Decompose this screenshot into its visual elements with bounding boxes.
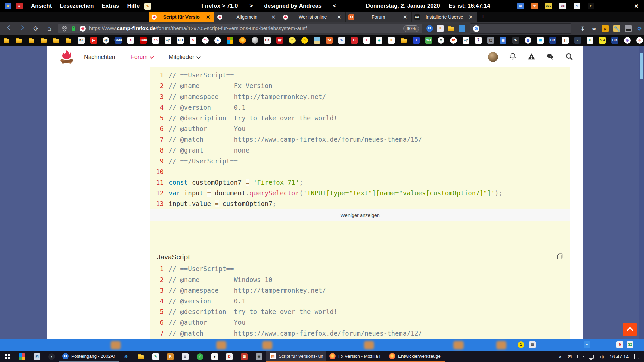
- tab-allgemein[interactable]: Allgemein✕: [214, 12, 280, 22]
- close-button[interactable]: ×: [629, 0, 644, 12]
- folder-wrench-icon[interactable]: 🔧: [613, 25, 620, 32]
- https-lock-icon[interactable]: [71, 26, 76, 32]
- tracking-shield-icon[interactable]: [62, 26, 67, 32]
- menu-item-extras[interactable]: Extras: [102, 3, 119, 9]
- d-green-bookmark[interactable]: D: [587, 37, 593, 44]
- download-icon[interactable]: ↧: [579, 25, 586, 32]
- bookmark-folder[interactable]: [28, 37, 35, 44]
- volume-icon[interactable]: ◁): [599, 354, 604, 359]
- desktop-icon-blob[interactable]: [216, 341, 226, 349]
- tv-bookmark[interactable]: ▢: [487, 37, 494, 44]
- slack-bookmark[interactable]: ⁑: [475, 37, 482, 44]
- gh-bookmark[interactable]: GH: [177, 37, 184, 44]
- smiley-wink-bookmark[interactable]: ☺: [289, 37, 296, 44]
- url-text[interactable]: https://www.camp-firefox.de/forum/thema/…: [89, 25, 400, 32]
- file-explorer-icon[interactable]: [133, 351, 148, 362]
- bookmark-folder[interactable]: [41, 37, 47, 44]
- copy-code-icon[interactable]: [556, 253, 564, 261]
- chat-blue-bookmark[interactable]: ▣: [500, 37, 506, 44]
- windows-bookmark[interactable]: ⊞: [537, 37, 544, 44]
- smiley-bookmark[interactable]: ☺: [301, 37, 308, 44]
- w3schools-bookmark[interactable]: w3: [425, 37, 432, 44]
- form-list-icon[interactable]: ▤: [517, 3, 524, 9]
- desktop-icon-blob[interactable]: [496, 341, 506, 349]
- thunderbird-icon[interactable]: ✉: [426, 25, 433, 32]
- code-text[interactable]: var input = document.querySelector('INPU…: [169, 189, 502, 197]
- blue-folder-icon[interactable]: [459, 25, 465, 32]
- devtools-task[interactable]: Entwicklerwerkzeuge ...: [386, 351, 445, 362]
- code-text[interactable]: // ==UserScript==: [169, 265, 234, 273]
- tab-wer-ist-online[interactable]: Wer ist online✕: [280, 12, 346, 22]
- zoom-level-badge[interactable]: 90%: [403, 25, 419, 32]
- code-text[interactable]: // @name Windows 10: [169, 276, 272, 283]
- refresh-addon-icon[interactable]: ⟳: [531, 3, 538, 9]
- search-magnifier-addon-icon[interactable]: ⌕: [602, 25, 609, 32]
- collapse-code-button[interactable]: Weniger anzeigen: [150, 209, 570, 221]
- code-text[interactable]: // @author You: [169, 125, 246, 132]
- session-window-icon[interactable]: ★: [5, 3, 11, 9]
- notes-icon[interactable]: ≣: [178, 351, 193, 362]
- dark-app-icon[interactable]: ◗: [44, 351, 59, 362]
- script-versions-task[interactable]: ▤Script für Versions- un...: [266, 351, 326, 362]
- adblock-mask-icon[interactable]: ∞: [591, 25, 597, 32]
- start-button[interactable]: [0, 351, 15, 362]
- new-tab-button[interactable]: +: [477, 12, 489, 22]
- code-text[interactable]: const customOption7 = 'Firefox 71';: [169, 179, 303, 186]
- code-text[interactable]: // @match https://www.camp-firefox.de/fo…: [169, 329, 422, 337]
- brackets-bookmark[interactable]: []: [562, 37, 569, 44]
- bookmark-folder[interactable]: [16, 37, 22, 44]
- menu-item-hilfe[interactable]: Hilfe: [127, 3, 140, 9]
- site-nav-nachrichten[interactable]: Nachrichten: [84, 54, 115, 61]
- back-button[interactable]: [5, 25, 13, 33]
- desktop-badge-1-icon[interactable]: 1: [518, 341, 524, 348]
- scrollbar-thumb[interactable]: [640, 53, 643, 79]
- pin-purple-bookmark[interactable]: ◉: [624, 37, 631, 44]
- document-pencil-icon[interactable]: ✎: [148, 351, 163, 362]
- tab-script-für-versio[interactable]: Script für Versio✕: [149, 12, 214, 22]
- code-text[interactable]: // @namespace http://tampermonkey.net/: [169, 287, 326, 294]
- reload-button[interactable]: ⟳: [32, 25, 40, 33]
- search-bar[interactable]: G: [470, 23, 571, 34]
- desktop-icon-blob[interactable]: [364, 341, 374, 349]
- tab-close-icon[interactable]: ✕: [401, 14, 409, 20]
- quill-addon-icon[interactable]: ➤: [588, 3, 594, 9]
- code-text[interactable]: // @description try to take over the wor…: [169, 308, 337, 315]
- phonebook-bookmark[interactable]: ☎: [276, 37, 283, 44]
- cb-blue-2-bookmark[interactable]: CB: [611, 37, 618, 44]
- beach-bookmark[interactable]: [314, 37, 320, 44]
- user-avatar[interactable]: [488, 52, 498, 62]
- action-center-icon[interactable]: [634, 354, 639, 359]
- red-calendar-icon[interactable]: ≡: [16, 3, 23, 9]
- desktop-dots-icon[interactable]: ⁘: [584, 341, 590, 348]
- bookmark-folder[interactable]: [400, 37, 407, 44]
- moderation-warning-icon[interactable]: [527, 52, 536, 62]
- menu-item-lesezeichen[interactable]: Lesezeichen: [60, 3, 94, 9]
- at-circle-bookmark[interactable]: @: [103, 37, 109, 44]
- desktop-badge-5-icon[interactable]: 5: [616, 341, 623, 348]
- spade-card-icon[interactable]: ♠: [207, 351, 222, 362]
- code-text[interactable]: // @name Fx Version: [169, 82, 272, 89]
- restore-button[interactable]: [613, 0, 629, 12]
- target-bookmark[interactable]: ◎: [525, 37, 531, 44]
- keepass-icon[interactable]: K: [163, 351, 178, 362]
- desktop-icon-blob[interactable]: [111, 341, 121, 349]
- pink-logo-bookmark[interactable]: ◠: [202, 37, 209, 44]
- youtube-bookmark[interactable]: ▶: [90, 37, 97, 44]
- bz-bookmark[interactable]: BZ: [78, 37, 85, 44]
- notes-pencil-icon[interactable]: ✎: [144, 3, 151, 10]
- notepad-addon-icon[interactable]: ✎: [574, 3, 580, 9]
- info-blue-bookmark[interactable]: i: [413, 37, 420, 44]
- pen-bookmark[interactable]: ✎: [512, 37, 519, 44]
- ebay-bookmark[interactable]: eb: [152, 37, 159, 44]
- battery-icon[interactable]: [577, 355, 583, 358]
- code-text[interactable]: // @grant none: [169, 146, 249, 154]
- diamond-bookmark[interactable]: ◈: [376, 37, 382, 44]
- green-check-icon[interactable]: ✓: [193, 351, 207, 362]
- minimize-button[interactable]: —: [598, 0, 613, 12]
- code-text[interactable]: // @version 0.1: [169, 297, 246, 305]
- x-red-bookmark[interactable]: X: [127, 37, 134, 44]
- presentation-app-icon[interactable]: ◩: [30, 351, 44, 362]
- globe-bookmark[interactable]: ⊕: [438, 37, 444, 44]
- sphere-bookmark[interactable]: [252, 37, 258, 44]
- computerbild-bookmark[interactable]: Com: [140, 37, 147, 44]
